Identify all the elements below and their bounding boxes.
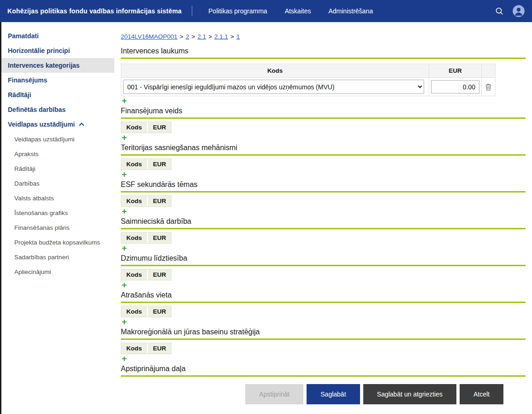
breadcrumb-separator: > bbox=[191, 33, 195, 40]
kods-column-header: Kods bbox=[121, 269, 147, 280]
saglabat-un-atgriezties-button[interactable]: Saglabāt un atgriezties bbox=[363, 384, 456, 404]
breadcrumb-separator: > bbox=[180, 33, 183, 40]
apstiprinat-button[interactable]: Apstiprināt bbox=[245, 384, 303, 404]
eur-column-header: EUR bbox=[147, 269, 171, 280]
section-title: Teritorijas sasniegšanas mehānismi bbox=[121, 143, 526, 152]
section-title: Atrašanās vieta bbox=[121, 291, 526, 299]
section-makroregionala-strategija: Makroreģionālā un jūras baseinu stratēģi… bbox=[121, 327, 526, 362]
app-title: Kohēzijas politikas fondu vadības inform… bbox=[0, 7, 192, 15]
saglabat-button[interactable]: Saglabāt bbox=[307, 384, 360, 404]
sidebar-subitem-projekta-budzeta-kopsavilkums[interactable]: Projekta budžeta kopsavilkums bbox=[1, 235, 114, 250]
section-underline bbox=[121, 191, 526, 192]
eur-column-header: EUR bbox=[147, 122, 171, 133]
section-title: Saimnieciskā darbība bbox=[121, 217, 526, 226]
breadcrumb-separator: > bbox=[231, 33, 234, 40]
add-row-button[interactable]: + bbox=[122, 281, 127, 288]
section-title: Makroreģionālā un jūras baseinu stratēģi… bbox=[121, 327, 526, 336]
section-underline bbox=[121, 117, 526, 119]
empty-table-header: Kods EUR bbox=[121, 306, 171, 317]
breadcrumb-link-2[interactable]: 2 bbox=[186, 33, 189, 40]
sidebar-item-veidlapas-uzstadijumi[interactable]: Veidlapas uzstādījumi bbox=[1, 117, 114, 132]
page-layout: Pamatdati Horizontālie principi Interven… bbox=[0, 22, 532, 414]
intervences-table: Kods EUR 001 - Vispārīgi ienesīgi ieguld… bbox=[121, 64, 496, 96]
sidebar-subitem-apraksts[interactable]: Apraksts bbox=[1, 146, 114, 161]
section-dzimumu-lidztiesiba: Dzimumu līdztiesība Kods EUR + bbox=[121, 254, 526, 288]
nav-item-politikas-programma[interactable]: Politikas programma bbox=[200, 0, 276, 22]
kods-column-header: Kods bbox=[121, 64, 429, 78]
section-esf-sekundaras-temas: ESF sekundārās tēmas Kods EUR + bbox=[121, 180, 526, 215]
section-title: Intervences laukums bbox=[121, 47, 526, 55]
eur-column-header: EUR bbox=[147, 343, 171, 354]
breadcrumb: 2014LV16MAOP001 > 2 > 2.1 > 2.1.1 > 1 bbox=[121, 33, 526, 40]
sidebar-subitem-apliecinajumi[interactable]: Apliecinājumi bbox=[1, 264, 114, 279]
sidebar-item-label: Pamatdati bbox=[8, 32, 39, 40]
actions-column-header bbox=[482, 64, 496, 78]
empty-table-header: Kods EUR bbox=[121, 122, 171, 133]
eur-column-header: EUR bbox=[147, 233, 171, 243]
kods-select[interactable]: 001 - Vispārīgi ienesīgi ieguldījumi maz… bbox=[123, 80, 424, 94]
add-row-button[interactable]: + bbox=[122, 355, 127, 362]
sidebar-item-label: Definētās darbības bbox=[8, 106, 65, 113]
section-underline bbox=[121, 302, 526, 303]
sidebar-item-intervences-kategorijas[interactable]: Intervences kategorijas bbox=[1, 58, 114, 73]
section-teritorijas-sasniegsanas-mehanismi: Teritorijas sasniegšanas mehānismi Kods … bbox=[121, 143, 526, 178]
sidebar-subitem-sadarbibas-partneri[interactable]: Sadarbības partneri bbox=[1, 250, 114, 264]
sidebar-subitem-finansesanas-plans[interactable]: Finansēšanas plāns bbox=[1, 220, 114, 235]
kods-column-header: Kods bbox=[121, 196, 147, 206]
eur-column-header: EUR bbox=[147, 196, 171, 206]
section-underline bbox=[121, 375, 526, 377]
sidebar-subitem-istenosanas-grafiks[interactable]: Īstenošanas grafiks bbox=[1, 205, 114, 220]
sidebar-item-horizontalie-principi[interactable]: Horizontālie principi bbox=[1, 43, 114, 58]
table-row: 001 - Vispārīgi ienesīgi ieguldījumi maz… bbox=[121, 78, 496, 96]
kods-column-header: Kods bbox=[121, 233, 147, 243]
eur-column-header: EUR bbox=[147, 306, 171, 317]
section-underline bbox=[121, 265, 526, 266]
nav-item-administresana[interactable]: Administrēšana bbox=[319, 0, 382, 22]
sidebar-item-label: Finansējums bbox=[8, 76, 47, 84]
section-title: Finansējuma veids bbox=[121, 106, 526, 115]
add-row-button[interactable]: + bbox=[122, 208, 127, 215]
add-row-button[interactable]: + bbox=[122, 134, 127, 141]
sidebar-item-raditaji[interactable]: Rādītāji bbox=[1, 87, 114, 102]
breadcrumb-link-2-1[interactable]: 2.1 bbox=[197, 33, 206, 40]
section-underline bbox=[121, 154, 526, 156]
sidebar-subitem-darbibas[interactable]: Darbības bbox=[1, 176, 114, 191]
footer-actions: Apstiprināt Saglabāt Saglabāt un atgriez… bbox=[121, 384, 503, 404]
delete-row-button[interactable] bbox=[484, 82, 493, 92]
breadcrumb-link-current[interactable]: 1 bbox=[236, 33, 240, 40]
sidebar-subgroup: Veidlapas uzstādījumi Apraksts Rādītāji … bbox=[1, 132, 114, 279]
section-underline bbox=[121, 228, 526, 229]
section-title: Dzimumu līdztiesība bbox=[121, 254, 526, 262]
sidebar-item-pamatdati[interactable]: Pamatdati bbox=[1, 29, 114, 43]
sidebar-subitem-valsts-atbalsts[interactable]: Valsts atbalsts bbox=[1, 191, 114, 205]
empty-table-header: Kods EUR bbox=[121, 158, 171, 170]
kods-cell: 001 - Vispārīgi ienesīgi ieguldījumi maz… bbox=[121, 78, 429, 96]
add-row-button[interactable]: + bbox=[122, 97, 127, 104]
sidebar-item-definetas-darbibas[interactable]: Definētās darbības bbox=[1, 102, 114, 117]
kods-column-header: Kods bbox=[121, 159, 147, 169]
chevron-up-icon bbox=[79, 122, 84, 128]
breadcrumb-link-2-1-1[interactable]: 2.1.1 bbox=[214, 33, 228, 40]
add-row-button[interactable]: + bbox=[122, 318, 127, 325]
sidebar-item-label: Intervences kategorijas bbox=[8, 62, 80, 69]
eur-column-header: EUR bbox=[147, 159, 171, 169]
section-apstiprinajuma-dala: Apstiprinājuma daļa bbox=[121, 364, 526, 377]
empty-table-header: Kods EUR bbox=[121, 232, 171, 244]
sidebar-subitem-raditaji[interactable]: Rādītāji bbox=[1, 161, 114, 176]
sidebar-subitem-veidlapas-uzstadijumi[interactable]: Veidlapas uzstādījumi bbox=[1, 132, 114, 146]
section-underline bbox=[121, 58, 526, 59]
user-avatar-icon[interactable] bbox=[513, 5, 525, 17]
nav-item-atskaites[interactable]: Atskaites bbox=[276, 0, 320, 22]
sidebar-item-finansejums[interactable]: Finansējums bbox=[1, 73, 114, 87]
section-underline bbox=[121, 338, 526, 340]
eur-column-header: EUR bbox=[429, 64, 482, 78]
search-icon[interactable] bbox=[495, 7, 503, 15]
kods-column-header: Kods bbox=[121, 306, 147, 317]
add-row-button[interactable]: + bbox=[122, 171, 127, 178]
atcelt-button[interactable]: Atcelt bbox=[460, 384, 503, 404]
eur-input[interactable] bbox=[431, 80, 479, 93]
table-header-row: Kods EUR bbox=[121, 64, 496, 78]
section-atrasanas-vieta: Atrašanās vieta Kods EUR + bbox=[121, 291, 526, 325]
breadcrumb-link-programme[interactable]: 2014LV16MAOP001 bbox=[121, 33, 177, 40]
add-row-button[interactable]: + bbox=[122, 245, 127, 251]
